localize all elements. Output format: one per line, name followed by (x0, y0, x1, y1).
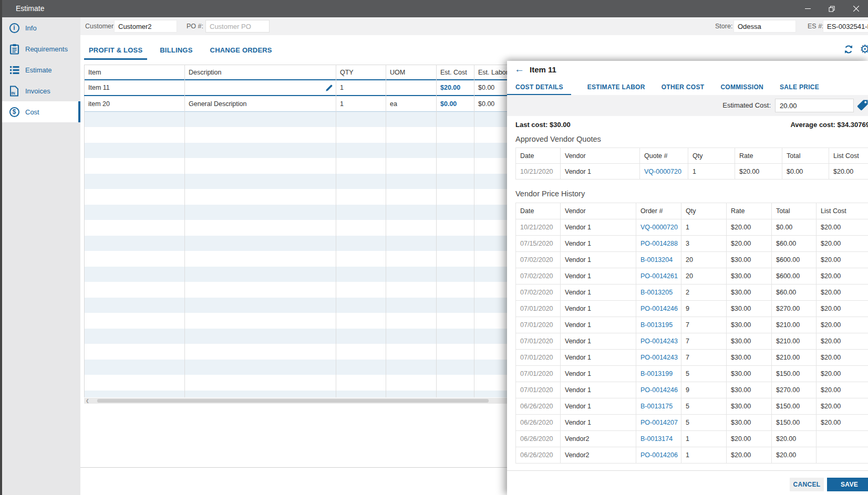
column-header: List Cost (829, 148, 868, 164)
cell-est-cost[interactable]: $20.00 (436, 80, 474, 95)
tab-billings[interactable]: BILLINGS (155, 43, 197, 60)
document-link[interactable]: PO-0014261 (636, 268, 681, 285)
table-row: 07/02/2020Vendor 1B-001320420$30.00$600.… (516, 252, 868, 268)
back-arrow-icon[interactable]: ← (514, 64, 524, 75)
tab-profit-and-loss[interactable]: PROFIT & LOSS (84, 43, 147, 60)
table-row: 06/26/2020Vendor 1PO-00142075$30.00$150.… (516, 415, 868, 431)
cell: 06/26/2020 (516, 415, 561, 431)
cell: $150.00 (772, 398, 817, 415)
tab-other-cost[interactable]: OTHER COST (662, 80, 705, 96)
refresh-icon[interactable] (843, 44, 854, 55)
cell: $270.00 (772, 382, 817, 398)
cell: Vendor 1 (561, 236, 636, 252)
cell: $0.00 (782, 164, 829, 180)
cell: $150.00 (772, 366, 817, 382)
table-row: 07/01/2020Vendor 1PO-00142469$30.00$270.… (516, 382, 868, 398)
cell: $30.00 (727, 350, 772, 366)
cell: $30.00 (727, 285, 772, 301)
cell: 07/01/2020 (516, 301, 561, 317)
customer-input[interactable] (114, 20, 177, 33)
clipboard-icon (8, 44, 20, 55)
document-link[interactable]: B-0013204 (636, 252, 681, 268)
info-icon: i (8, 23, 20, 33)
document-link[interactable]: PO-0014243 (636, 333, 681, 350)
cell: $30.00 (727, 398, 772, 415)
cell-est-cost[interactable]: $0.00 (436, 96, 474, 111)
cell: 20 (681, 268, 727, 285)
panel-title: Item 11 (530, 65, 556, 74)
cell: Vendor 1 (561, 350, 636, 366)
document-link[interactable]: PO-0014288 (636, 236, 681, 252)
cell: 07/01/2020 (516, 382, 561, 398)
es-number-input[interactable] (823, 20, 868, 33)
close-button[interactable] (844, 0, 868, 17)
tag-icon[interactable] (855, 99, 868, 112)
grid-border (84, 65, 85, 397)
cell: Vendor 1 (561, 252, 636, 268)
cell-item: item 20 (84, 96, 184, 111)
cell: Vendor 1 (561, 164, 640, 180)
table-row: 07/02/2020Vendor 1B-00132052$30.00$60.00… (516, 285, 868, 301)
scrollbar-thumb[interactable] (97, 399, 489, 403)
cell-item: Item 11 (84, 80, 184, 95)
cell: 07/02/2020 (516, 268, 561, 285)
document-link[interactable]: VQ-0000720 (640, 164, 688, 180)
table-row: 07/15/2020Vendor 1PO-00142883$20.00$60.0… (516, 236, 868, 252)
po-input[interactable] (205, 20, 270, 33)
cell: 9 (681, 382, 727, 398)
cell: 07/01/2020 (516, 333, 561, 350)
document-link[interactable]: VQ-0000720 (636, 219, 681, 236)
minimize-button[interactable] (795, 0, 820, 17)
document-link[interactable]: PO-0014243 (636, 350, 681, 366)
cell: 5 (681, 398, 727, 415)
approved-vendor-quotes-title: Approved Vendor Quotes (515, 135, 601, 143)
store-label: Store: (715, 23, 732, 30)
cancel-button[interactable]: CANCEL (790, 478, 824, 491)
document-link[interactable]: PO-0014246 (636, 382, 681, 398)
cell: $0.00 (772, 219, 817, 236)
gear-icon[interactable]: ⚙ (860, 44, 868, 55)
cell-qty: 1 (336, 80, 386, 95)
panel-footer-divider (507, 470, 868, 471)
store-input[interactable] (733, 20, 796, 33)
sidebar-item-requirements[interactable]: Requirements (2, 38, 80, 59)
tab-estimate-labor[interactable]: ESTIMATE LABOR (587, 80, 645, 96)
document-link[interactable]: PO-0014246 (636, 301, 681, 317)
document-link[interactable]: B-0013205 (636, 285, 681, 301)
tab-commission[interactable]: COMMISSION (720, 80, 763, 96)
cell: $270.00 (772, 301, 817, 317)
cell: $20.00 (817, 219, 868, 236)
sidebar-item-cost[interactable]: $ Cost (2, 101, 80, 122)
cell: 07/01/2020 (516, 350, 561, 366)
sidebar-item-estimate[interactable]: Estimate (2, 59, 80, 80)
document-link[interactable]: B-0013199 (636, 366, 681, 382)
cell: 7 (681, 350, 727, 366)
sidebar-item-info[interactable]: i Info (2, 17, 80, 38)
sidebar-item-invoices[interactable]: IN Invoices (2, 80, 80, 101)
document-link[interactable]: PO-0014207 (636, 415, 681, 431)
column-header: Order # (636, 203, 681, 219)
document-link[interactable]: B-0013195 (636, 317, 681, 333)
document-link[interactable]: B-0013174 (636, 431, 681, 447)
cell: 1 (688, 164, 735, 180)
restore-button[interactable] (820, 0, 844, 17)
document-link[interactable]: PO-0014206 (636, 447, 681, 464)
customer-label: Customer: (85, 23, 116, 30)
cell: 1 (681, 431, 727, 447)
column-header-item: Item (84, 65, 184, 79)
estimated-cost-input[interactable] (775, 99, 854, 112)
tab-cost-details[interactable]: COST DETAILS (507, 80, 571, 96)
document-link[interactable]: B-0013175 (636, 398, 681, 415)
column-header-description: Description (184, 65, 336, 79)
cell: $30.00 (727, 333, 772, 350)
tab-sale-price[interactable]: SALE PRICE (780, 80, 819, 96)
cell: $20.00 (817, 415, 868, 431)
scroll-left-arrow[interactable]: ❮ (86, 398, 89, 404)
tab-change-orders[interactable]: CHANGE ORDERS (205, 43, 277, 60)
cell: $30.00 (727, 382, 772, 398)
edit-pencil-icon[interactable] (325, 83, 334, 92)
cell: $20.00 (817, 301, 868, 317)
cell: $30.00 (727, 317, 772, 333)
save-button[interactable]: SAVE (827, 478, 868, 491)
sidebar-item-label: Estimate (25, 66, 52, 74)
